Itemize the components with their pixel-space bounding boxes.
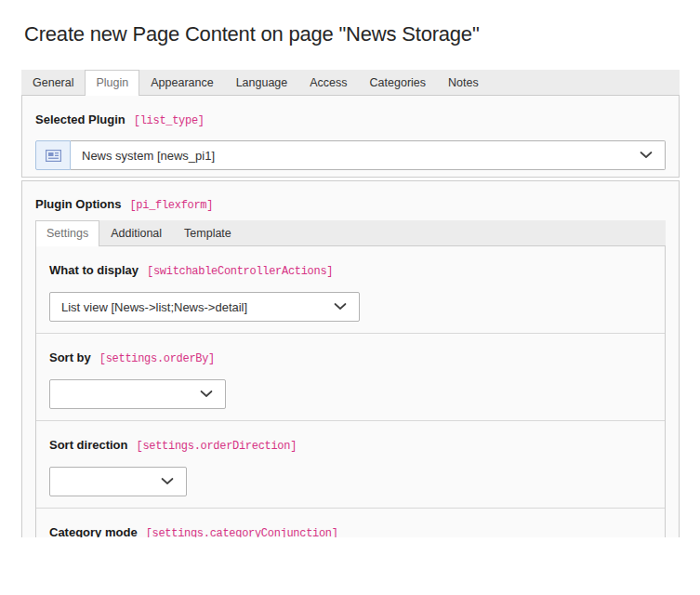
subtab-additional[interactable]: Additional: [99, 220, 173, 245]
tab-appearance[interactable]: Appearance: [139, 70, 224, 95]
tab-language[interactable]: Language: [225, 70, 299, 95]
subtab-template[interactable]: Template: [173, 220, 243, 245]
field-sort-direction: Sort direction [settings.orderDirection]: [36, 420, 665, 508]
sub-tab-bar: Settings Additional Template: [35, 220, 666, 245]
sort-by-code-tag: [settings.orderBy]: [99, 352, 215, 365]
chevron-down-icon: [161, 478, 174, 486]
selected-plugin-value: News system [news_pi1]: [82, 149, 215, 163]
subtab-settings[interactable]: Settings: [35, 220, 99, 246]
what-to-display-label: What to display: [49, 263, 139, 277]
form-content: General Plugin Appearance Language Acces…: [21, 70, 680, 537]
plugin-options-label: Plugin Options: [35, 197, 121, 211]
selected-plugin-label: Selected Plugin: [35, 112, 125, 126]
sort-by-label: Sort by: [49, 350, 91, 364]
newspaper-icon: [35, 140, 71, 170]
selected-plugin-panel: Selected Plugin [list_type] News system …: [21, 95, 680, 178]
tab-notes[interactable]: Notes: [437, 70, 490, 95]
settings-tab-content: What to display [switchableControllerAct…: [35, 245, 666, 537]
category-mode-code-tag: [settings.categoryConjunction]: [146, 527, 338, 537]
sort-direction-select[interactable]: [49, 467, 187, 496]
category-mode-label: Category mode: [49, 525, 138, 537]
plugin-options-code-tag: [pi_flexform]: [129, 199, 213, 212]
tab-access[interactable]: Access: [298, 70, 358, 95]
sort-direction-label: Sort direction: [49, 438, 128, 452]
main-tab-bar: General Plugin Appearance Language Acces…: [21, 70, 680, 95]
tab-plugin[interactable]: Plugin: [85, 70, 139, 96]
page-title: Create new Page Content on page "News St…: [24, 22, 700, 46]
selected-plugin-input-group: News system [news_pi1]: [35, 140, 666, 170]
field-what-to-display: What to display [switchableControllerAct…: [36, 246, 665, 333]
selected-plugin-label-row: Selected Plugin [list_type]: [35, 112, 666, 127]
plugin-options-label-row: Plugin Options [pi_flexform]: [35, 197, 666, 212]
sort-by-select[interactable]: [49, 379, 226, 409]
plugin-options-panel: Plugin Options [pi_flexform] Settings Ad…: [21, 180, 680, 537]
tab-categories[interactable]: Categories: [359, 70, 437, 95]
sort-direction-code-tag: [settings.orderDirection]: [137, 440, 297, 453]
chevron-down-icon: [200, 390, 213, 399]
field-category-mode: Category mode [settings.categoryConjunct…: [36, 508, 665, 537]
plugin-options-subtabs: Settings Additional Template What to dis…: [35, 220, 666, 537]
chevron-down-icon: [640, 152, 653, 160]
chevron-down-icon: [334, 303, 347, 311]
selected-plugin-code-tag: [list_type]: [134, 114, 205, 127]
what-to-display-select[interactable]: List view [News->list;News->detail]: [49, 292, 360, 322]
field-sort-by: Sort by [settings.orderBy]: [36, 333, 665, 420]
what-to-display-code-tag: [switchableControllerActions]: [147, 265, 333, 278]
what-to-display-value: List view [News->list;News->detail]: [61, 300, 247, 314]
selected-plugin-select[interactable]: News system [news_pi1]: [71, 140, 666, 170]
tab-general[interactable]: General: [21, 70, 85, 95]
